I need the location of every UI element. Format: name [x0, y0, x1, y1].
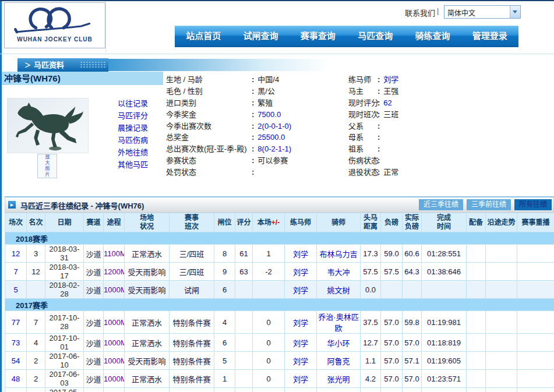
- nav-race-query[interactable]: 赛事查询: [290, 26, 347, 45]
- col-header-place: 名次: [27, 213, 45, 232]
- cell-margin: 27.2: [361, 388, 381, 392]
- info-value-link[interactable]: 刘学: [383, 75, 398, 84]
- col-header-rating: 评分: [235, 213, 253, 232]
- cell-jockey[interactable]: 华小环: [317, 334, 361, 352]
- cell-race-no[interactable]: 44: [5, 388, 27, 392]
- cell-change: [253, 281, 285, 299]
- info-label: 现时班次: [348, 109, 377, 121]
- cell-change: 0: [253, 311, 285, 334]
- cell-going: 受天雨影响: [125, 263, 170, 281]
- info-row: 毛色 / 性别:黑/公: [166, 86, 291, 97]
- info-value: 中国/4: [257, 75, 279, 84]
- cell-date: 2017-05-28: [45, 388, 84, 392]
- colon: :: [377, 87, 380, 96]
- enlarge-photo-button[interactable]: 放大照片: [37, 154, 57, 178]
- cell-actual-weight: [403, 281, 422, 299]
- cell-race-no[interactable]: 77: [5, 311, 27, 334]
- nav-admin-login[interactable]: 管理登录: [461, 26, 518, 45]
- cell-trainer[interactable]: 刘学: [285, 388, 317, 392]
- cell-replay: [517, 370, 554, 388]
- cell-going: 正常洒水: [125, 388, 170, 392]
- cell-jockey[interactable]: 阿鲁克: [317, 352, 361, 370]
- cell-actual-weight: 57.0: [403, 370, 422, 388]
- cell-jockey[interactable]: 乔治·奥林匹欧: [317, 311, 361, 334]
- button-before-three-seasons[interactable]: 三季前往绩: [467, 199, 511, 210]
- cell-date: 2017-10-28: [45, 311, 84, 334]
- colon: :: [252, 168, 254, 176]
- cell-jockey[interactable]: 范成义: [317, 388, 361, 392]
- history-row: 5422017-06-10沙道1000M受天雨影响特别条件赛50刘学阿鲁克1.1…: [5, 352, 554, 370]
- info-column-right: 练马师:刘学马主:王强现时评分:62现时班次:三班父系:母系:祖系:伤病状态:退…: [348, 74, 398, 178]
- cell-actual-weight: 59.8: [403, 311, 422, 334]
- cell-date: 2017-06-03: [45, 370, 84, 388]
- cell-race-no[interactable]: 5: [5, 281, 27, 299]
- nav-trial-query[interactable]: 试闸查询: [232, 26, 289, 45]
- cell-trainer[interactable]: 刘学: [285, 334, 317, 352]
- cell-jockey[interactable]: 姚文树: [317, 281, 361, 299]
- season-label: 2017赛季: [5, 299, 554, 311]
- info-row: 母系:: [348, 132, 398, 143]
- colon: :: [252, 133, 254, 142]
- cell-trainer[interactable]: 刘学: [285, 263, 317, 281]
- button-recent-three-seasons[interactable]: 近三季往绩: [419, 199, 463, 210]
- link-horse-rating[interactable]: 马匹评分: [118, 110, 158, 122]
- button-all-records[interactable]: 所有往绩: [514, 199, 552, 210]
- cell-race-no[interactable]: 48: [5, 370, 27, 388]
- cell-jockey[interactable]: 布林乌力吉: [317, 245, 361, 263]
- dropdown-arrow-icon[interactable]: [510, 6, 520, 18]
- cell-distance: 1000M: [104, 311, 125, 334]
- link-other-horses[interactable]: 其他马匹: [118, 158, 158, 171]
- cell-track: 沙道: [84, 281, 104, 299]
- cell-race-class: 3岁及以上: [170, 388, 214, 392]
- cell-jockey[interactable]: 张光明: [317, 370, 361, 388]
- link-past-records[interactable]: 以往记录: [118, 97, 158, 110]
- cell-race-no[interactable]: 7: [5, 263, 27, 281]
- cell-trainer[interactable]: 刘学: [285, 370, 317, 388]
- info-label: 今季出赛次数: [166, 121, 252, 132]
- dots-decoration: [80, 61, 105, 69]
- cell-going: 正常洒水: [125, 334, 170, 352]
- cell-race-no[interactable]: 12: [5, 245, 27, 263]
- col-header-date: 日期: [45, 213, 84, 232]
- link-horse-injury[interactable]: 马匹伤病: [118, 134, 158, 146]
- info-row: 伤病状态:: [348, 155, 398, 167]
- language-select[interactable]: 简体中文: [444, 5, 521, 19]
- cell-gate: 5: [214, 352, 235, 370]
- nav-site-home[interactable]: 站点首页: [175, 26, 232, 45]
- cell-place: 7: [27, 311, 45, 334]
- cell-running-position: [486, 263, 517, 281]
- cell-trainer[interactable]: 刘学: [285, 245, 317, 263]
- logo[interactable]: WUHAN JOCKEY CLUB: [4, 2, 105, 48]
- cell-change: 1: [253, 245, 285, 263]
- contact-us-link[interactable]: 联系我们: [405, 7, 435, 18]
- cell-trainer[interactable]: 刘学: [285, 311, 317, 334]
- cell-race-no[interactable]: 54: [5, 352, 27, 370]
- tab-strip: [108, 59, 331, 71]
- cell-actual-weight: 57.2: [403, 388, 422, 392]
- cell-track: 沙道: [84, 263, 104, 281]
- plus-minus-label: +/-: [271, 218, 280, 227]
- cell-rating: [235, 370, 253, 388]
- col-header-change: 本场+/-: [253, 213, 285, 232]
- cell-weight: 57.5: [381, 263, 403, 281]
- cell-trainer[interactable]: 刘学: [285, 352, 317, 370]
- cell-replay: [517, 281, 554, 299]
- info-row: 退役状态:正常: [348, 167, 398, 178]
- link-overseas-records[interactable]: 外地往绩: [118, 146, 158, 158]
- nav-horse-query[interactable]: 马匹查询: [347, 26, 404, 45]
- cell-race-no[interactable]: 73: [5, 334, 27, 352]
- nav-jockey-query[interactable]: 骑练查询: [404, 26, 461, 45]
- side-links: 以往记录 马匹评分 晨操记录 马匹伤病 外地往绩 其他马匹: [118, 97, 158, 171]
- link-morning-exercise[interactable]: 晨操记录: [118, 122, 158, 134]
- cell-going: 正常洒水: [125, 245, 170, 263]
- cell-date: 2018-02-28: [45, 281, 84, 299]
- info-row: 现时评分:62: [348, 97, 398, 109]
- cell-distance: 1000M: [104, 370, 125, 388]
- col-header-jockey: 骑师: [317, 213, 361, 232]
- cell-trainer[interactable]: 刘学: [285, 281, 317, 299]
- info-row: 生地 / 马龄:中国/4: [166, 74, 291, 86]
- cell-jockey[interactable]: 韦大冲: [317, 263, 361, 281]
- horse-info-tab[interactable]: ＞马匹资料: [17, 58, 108, 72]
- logo-text: WUHAN JOCKEY CLUB: [5, 36, 105, 43]
- info-value: 8(0-2-1-1): [257, 144, 291, 153]
